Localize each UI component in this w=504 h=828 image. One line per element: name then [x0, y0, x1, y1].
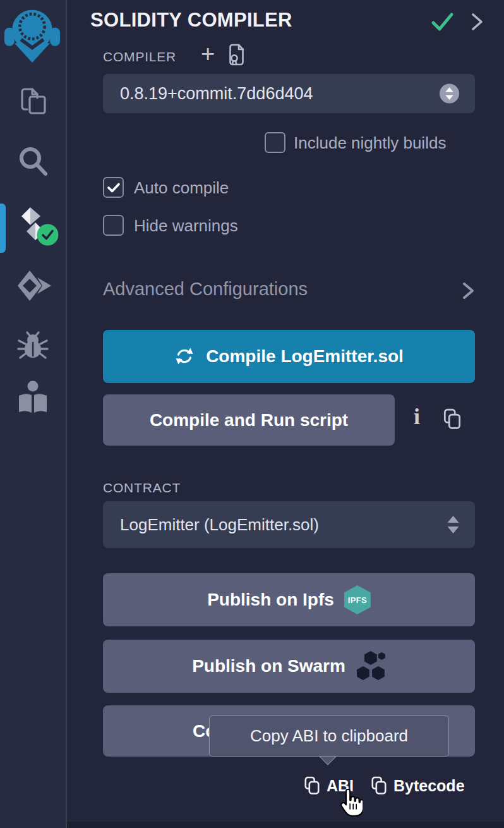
checkmark-icon — [106, 180, 121, 195]
contract-section-label: CONTRACT — [103, 480, 181, 496]
sidebar-item-file-explorer[interactable] — [18, 84, 49, 118]
publish-swarm-button[interactable]: Publish on Swarm — [103, 640, 475, 693]
chevron-right-icon — [460, 281, 477, 300]
files-icon — [18, 84, 49, 118]
hide-warnings-label: Hide warnings — [134, 216, 238, 236]
page-title: SOLIDITY COMPILER — [90, 9, 292, 32]
copy-icon — [304, 776, 320, 795]
include-nightly-label: Include nightly builds — [294, 133, 446, 153]
compile-success-badge — [37, 224, 59, 248]
book-reader-icon — [16, 379, 49, 417]
icon-sidebar — [0, 0, 67, 828]
search-icon — [16, 144, 51, 181]
copy-abi-tooltip: Copy ABI to clipboard — [209, 715, 449, 757]
copy-icon — [443, 408, 462, 430]
bug-icon — [16, 327, 49, 364]
ethereum-deploy-icon — [15, 268, 52, 303]
license-file-icon — [226, 43, 248, 68]
compiler-version-value: 0.8.19+commit.7dd6d404 — [120, 84, 313, 104]
select-arrows-circle-icon — [439, 83, 460, 104]
chevron-right-icon — [469, 12, 486, 32]
active-plugin-indicator — [0, 204, 6, 253]
sidebar-item-search[interactable] — [16, 144, 51, 181]
contract-select[interactable]: LogEmitter (LogEmitter.sol) — [103, 501, 475, 548]
compiler-section-label: COMPILER — [103, 49, 176, 64]
add-custom-compiler-button[interactable]: + — [201, 42, 215, 66]
compile-and-run-label: Compile and Run script — [150, 410, 348, 430]
refresh-icon — [174, 346, 195, 367]
compile-button[interactable]: Compile LogEmitter.sol — [103, 330, 475, 383]
run-script-info-button[interactable]: i — [414, 403, 420, 430]
compile-and-run-button[interactable]: Compile and Run script — [103, 394, 395, 446]
advanced-configurations-toggle[interactable]: Advanced Configurations — [103, 279, 308, 300]
mouse-cursor-hand-icon — [337, 789, 363, 820]
publish-ipfs-button[interactable]: Publish on Ipfs IPFS — [103, 573, 475, 626]
info-icon: i — [414, 404, 420, 429]
panel-bottom-edge — [67, 822, 504, 828]
bytecode-label: Bytecode — [393, 777, 465, 795]
remix-logo[interactable] — [4, 5, 61, 64]
copy-bytecode-button[interactable]: Bytecode — [371, 776, 465, 795]
compiler-version-select[interactable]: 0.8.19+commit.7dd6d404 — [103, 74, 475, 113]
include-nightly-checkbox[interactable] — [265, 132, 285, 153]
swarm-logo-icon — [356, 651, 386, 681]
ipfs-logo-icon: IPFS — [344, 585, 371, 614]
sidebar-item-deploy-and-run[interactable] — [15, 268, 52, 303]
auto-compile-checkbox[interactable] — [103, 177, 124, 198]
select-arrows-icon — [447, 515, 460, 534]
ipfs-badge-text: IPFS — [348, 595, 367, 605]
sidebar-item-debugger[interactable] — [16, 327, 49, 364]
advanced-configurations-expand[interactable] — [460, 281, 477, 303]
contract-select-value: LogEmitter (LogEmitter.sol) — [120, 515, 319, 535]
publish-ipfs-label: Publish on Ipfs — [207, 590, 334, 610]
compile-status-check-icon — [431, 11, 454, 35]
copy-script-button[interactable] — [443, 408, 462, 432]
collapse-panel-button[interactable] — [469, 12, 486, 34]
copy-icon — [371, 776, 387, 795]
plus-icon: + — [201, 40, 215, 67]
remix-solidity-compiler-panel: SOLIDITY COMPILER COMPILER + 0.8.19+comm… — [0, 0, 504, 828]
auto-compile-label: Auto compile — [134, 178, 229, 198]
compile-button-label: Compile LogEmitter.sol — [206, 346, 404, 367]
sidebar-item-learneth[interactable] — [16, 379, 49, 417]
hide-warnings-checkbox[interactable] — [103, 215, 124, 236]
publish-swarm-label: Publish on Swarm — [192, 656, 345, 676]
compiler-license-button[interactable] — [226, 43, 248, 71]
remix-logo-icon — [4, 5, 61, 64]
